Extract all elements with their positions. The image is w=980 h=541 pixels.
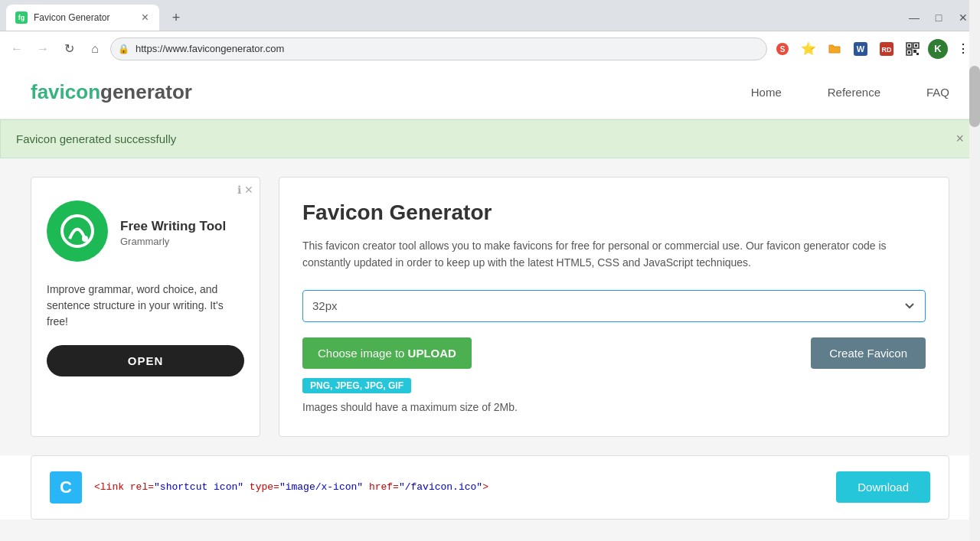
bookmark-folder-icon[interactable]	[824, 38, 845, 60]
logo-generator-text: generator	[100, 80, 192, 104]
browser-tab[interactable]: fg Favicon Generator ×	[6, 5, 159, 31]
site-logo[interactable]: favicon generator	[31, 80, 192, 104]
browser-chrome: fg Favicon Generator × + — □ ✕ ← → ↻ ⌂ 🔒…	[0, 0, 980, 520]
svg-point-14	[62, 216, 93, 246]
forward-button: →	[32, 38, 54, 60]
title-bar: fg Favicon Generator × + — □ ✕	[0, 0, 980, 31]
ad-title: Free Writing Tool	[120, 219, 244, 234]
code-section: C <link rel="shortcut icon" type="image/…	[31, 455, 949, 520]
svg-rect-7	[908, 44, 910, 47]
svg-text:RD: RD	[882, 46, 892, 54]
download-button[interactable]: Download	[836, 471, 930, 503]
ad-panel: ℹ ✕ Free Writing Tool Grammarly	[31, 177, 260, 437]
extension-w-icon[interactable]: W	[850, 38, 871, 60]
home-button[interactable]: ⌂	[84, 38, 106, 60]
svg-rect-12	[913, 50, 916, 53]
upload-button[interactable]: Choose image to UPLOAD	[302, 337, 472, 369]
ad-logo	[47, 200, 108, 262]
new-tab-button[interactable]: +	[165, 7, 187, 28]
back-button: ←	[6, 38, 28, 60]
toolbar-icons: S ⭐ W RD K ⋮	[772, 38, 974, 60]
qr-icon[interactable]	[902, 38, 923, 60]
nav-reference-link[interactable]: Reference	[828, 86, 880, 99]
svg-rect-13	[916, 53, 919, 55]
refresh-button[interactable]: ↻	[58, 38, 80, 60]
ad-text-block: Free Writing Tool Grammarly	[120, 219, 244, 247]
ad-open-button[interactable]: OPEN	[47, 345, 244, 376]
address-input[interactable]	[110, 37, 767, 60]
lock-icon: 🔒	[118, 44, 129, 54]
window-controls: — □ ✕	[903, 7, 974, 28]
nav-bar: ← → ↻ ⌂ 🔒 S ⭐ W RD K	[0, 31, 980, 66]
main-content: ℹ ✕ Free Writing Tool Grammarly	[0, 158, 980, 455]
page-content: favicon generator Home Reference FAQ Fav…	[0, 66, 980, 520]
ad-close-icon[interactable]: ✕	[244, 184, 253, 196]
size-select[interactable]: 16px 32px 48px 64px 96px 128px	[302, 290, 926, 322]
logo-favicon-text: favicon	[31, 80, 100, 104]
minimize-button[interactable]: —	[903, 7, 925, 28]
nav-faq-link[interactable]: FAQ	[926, 86, 949, 99]
ad-description: Improve grammar, word choice, and senten…	[47, 282, 244, 330]
generator-panel: Favicon Generator This favicon creator t…	[279, 177, 949, 437]
svg-text:W: W	[857, 44, 865, 54]
create-favicon-button[interactable]: Create Favicon	[811, 337, 926, 369]
banner-close-button[interactable]: ×	[956, 131, 964, 147]
code-favicon-icon: C	[50, 471, 82, 504]
extension-icon-1[interactable]: S	[772, 38, 793, 60]
nav-home-link[interactable]: Home	[751, 86, 782, 99]
file-note: Images should have a maximum size of 2Mb…	[302, 401, 926, 413]
svg-rect-11	[908, 51, 910, 54]
address-bar-container: 🔒	[110, 37, 767, 60]
generator-title: Favicon Generator	[302, 200, 926, 225]
ad-subtitle: Grammarly	[120, 236, 244, 247]
svg-point-15	[82, 236, 88, 242]
bookmark-star-icon[interactable]: ⭐	[798, 38, 819, 60]
file-types-badge: PNG, JPEG, JPG, GIF	[302, 378, 411, 393]
scrollbar	[969, 0, 980, 535]
ad-badges: ℹ ✕	[237, 184, 253, 196]
ad-info-icon[interactable]: ℹ	[237, 184, 241, 196]
extension-rd-icon[interactable]: RD	[876, 38, 897, 60]
success-banner: Favicon generated successfully ×	[0, 119, 980, 158]
tab-title: Favicon Generator	[34, 12, 134, 23]
generator-description: This favicon creator tool allows you to …	[302, 237, 926, 272]
tab-close-icon[interactable]: ×	[140, 10, 150, 25]
scrollbar-thumb[interactable]	[969, 66, 980, 127]
svg-text:S: S	[780, 45, 786, 54]
site-header: favicon generator Home Reference FAQ	[0, 66, 980, 119]
tab-favicon: fg	[15, 11, 28, 24]
maximize-button[interactable]: □	[928, 7, 949, 28]
ad-header: Free Writing Tool Grammarly	[47, 193, 244, 272]
svg-rect-9	[915, 44, 917, 47]
action-row: Choose image to UPLOAD Create Favicon	[302, 337, 926, 369]
banner-message: Favicon generated successfully	[16, 132, 176, 145]
code-snippet: <link rel="shortcut icon" type="image/x-…	[94, 481, 824, 493]
site-nav: Home Reference FAQ	[751, 86, 949, 99]
user-avatar[interactable]: K	[928, 39, 948, 59]
